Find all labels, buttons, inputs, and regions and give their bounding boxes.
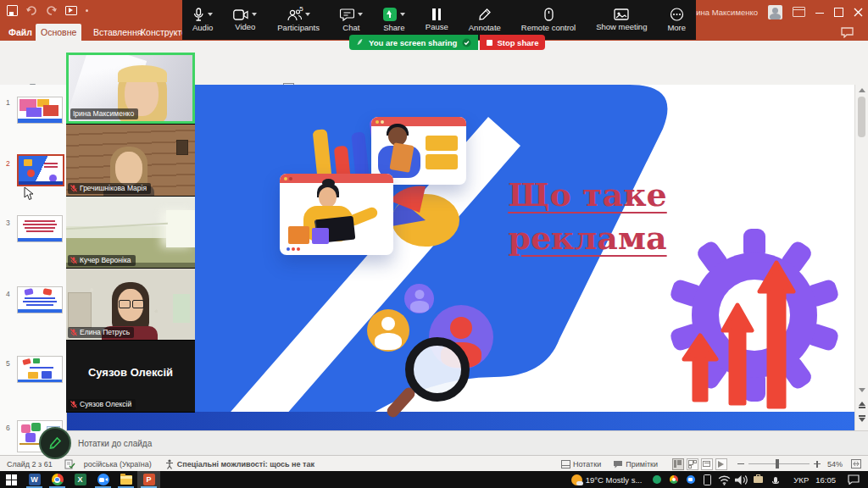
language-indicator[interactable]: російська (Україна) <box>84 460 152 469</box>
tray-zoom-icon[interactable] <box>684 474 697 486</box>
video-tile-maria[interactable]: Гречишнікова Марія <box>66 125 195 196</box>
mic-muted-icon <box>70 329 77 336</box>
zoom-pause-button[interactable]: Pause <box>415 0 459 40</box>
camera-off-name: Суязов Олексій <box>66 366 195 379</box>
tray-mic-icon[interactable] <box>769 474 782 486</box>
close-button[interactable] <box>854 8 863 17</box>
restore-button[interactable] <box>834 8 843 17</box>
excel-icon: X <box>75 474 86 485</box>
minimize-button[interactable] <box>815 8 824 16</box>
participants-count-badge: 5 <box>299 5 303 13</box>
undo-icon[interactable] <box>26 6 37 15</box>
action-center-icon[interactable] <box>848 474 860 485</box>
redo-icon[interactable] <box>46 6 57 15</box>
notes-pane[interactable]: Нотатки до слайда <box>66 430 868 455</box>
zoom-in-button[interactable] <box>814 461 821 468</box>
start-slideshow-icon[interactable] <box>65 6 77 15</box>
account-name[interactable]: Ірина Максименко <box>689 8 758 17</box>
zoom-app-icon <box>97 474 109 485</box>
slide-thumbnail-5[interactable] <box>17 356 63 383</box>
taskbar-chrome[interactable] <box>46 471 69 488</box>
thumb-number: 5 <box>6 359 10 368</box>
comments-icon[interactable] <box>841 27 854 38</box>
notes-toggle-icon <box>561 460 570 469</box>
zoom-annotate-button[interactable]: Annotate <box>459 0 511 40</box>
keyboard-language[interactable]: УКР <box>793 475 809 485</box>
video-tile-irina[interactable]: Ірина Максименко <box>66 53 195 124</box>
zoom-share-button[interactable]: Share <box>373 0 415 40</box>
video-tile-elina[interactable]: Елина Петрусь <box>66 269 195 340</box>
slide-thumbnail-2-selected[interactable] <box>17 154 64 186</box>
zoom-out-button[interactable] <box>737 463 744 465</box>
tray-speaker-icon[interactable] <box>735 474 748 486</box>
slide-counter: Слайд 2 з 61 <box>7 460 53 469</box>
taskbar-excel[interactable]: X <box>69 471 92 488</box>
save-icon[interactable] <box>7 5 18 16</box>
zoom-slider-thumb[interactable] <box>776 459 779 469</box>
spellcheck-icon[interactable] <box>64 459 75 469</box>
tray-wifi-icon[interactable] <box>718 474 731 486</box>
view-slideshow-button[interactable] <box>715 458 727 470</box>
view-normal-button[interactable] <box>672 458 684 470</box>
tray-app-green-icon[interactable] <box>650 474 663 486</box>
user-avatar-small-purple <box>404 284 434 313</box>
tab-home[interactable]: Основне <box>36 24 81 41</box>
screen-sharing-banner: You are screen sharing <box>349 35 478 50</box>
slide-thumbnail-3[interactable] <box>17 215 63 242</box>
start-button[interactable] <box>0 471 23 488</box>
next-slide-button[interactable] <box>859 415 865 422</box>
annotate-pencil-icon <box>478 8 492 21</box>
accessibility-icon[interactable] <box>165 459 174 469</box>
tray-chrome-icon[interactable] <box>667 474 680 486</box>
notes-toggle[interactable]: Нотатки <box>561 460 601 469</box>
video-tile-oleksii-camera-off[interactable]: Суязов Олексій Суязов Олексій <box>66 341 195 412</box>
participant-name-label: Кучер Вероніка <box>68 255 136 266</box>
word-icon: W <box>29 474 41 485</box>
previous-slide-button[interactable] <box>859 402 865 408</box>
taskbar-powerpoint-active[interactable]: P <box>137 471 160 488</box>
zoom-more-button[interactable]: More <box>657 0 696 40</box>
fit-to-window-icon[interactable] <box>851 459 861 469</box>
weather-widget[interactable]: 19°C Mostly s... <box>571 474 643 485</box>
slide-thumbnail-4[interactable] <box>17 286 63 313</box>
tray-briefcase-icon[interactable] <box>752 474 765 486</box>
show-meeting-icon <box>614 8 629 20</box>
zoom-participants-button[interactable]: 5 Participants <box>267 0 330 40</box>
zoom-audio-button[interactable]: Audio <box>182 0 223 40</box>
scroll-down-icon[interactable] <box>859 388 865 392</box>
zoom-level[interactable]: 54% <box>827 460 843 469</box>
quick-access-more-icon[interactable] <box>86 9 88 12</box>
comments-toggle[interactable]: Примітки <box>613 460 658 469</box>
view-slide-sorter-button[interactable] <box>687 458 698 470</box>
participant-name-label: Ірина Максименко <box>70 108 138 119</box>
zoom-video-button[interactable]: Video <box>223 0 267 40</box>
stop-share-button[interactable]: Stop share <box>480 35 545 50</box>
zoom-slider[interactable] <box>748 463 810 465</box>
thumb-number: 4 <box>6 290 10 298</box>
taskbar-zoom[interactable] <box>92 471 114 488</box>
accessibility-status[interactable]: Спеціальні можливості: щось не так <box>177 460 314 469</box>
video-tile-veronika[interactable]: Кучер Вероніка <box>66 197 195 268</box>
slide-scrollbar[interactable] <box>854 85 868 430</box>
zoom-remote-control-button[interactable]: Remote control <box>511 0 586 40</box>
annotation-fab[interactable] <box>39 427 71 459</box>
scroll-up-icon[interactable] <box>859 88 865 92</box>
taskbar-explorer[interactable] <box>114 471 137 488</box>
slide-title[interactable]: Що таке реклама <box>490 173 685 260</box>
pause-icon <box>432 8 441 20</box>
mic-muted-icon <box>70 401 77 408</box>
powerpoint-icon: P <box>143 474 155 485</box>
avatar[interactable] <box>768 5 782 19</box>
zoom-show-meeting-button[interactable]: Show meeting <box>586 0 657 40</box>
slide-thumbnail-1[interactable] <box>17 97 63 124</box>
scrollbar-thumb[interactable] <box>858 97 865 137</box>
tab-file[interactable]: Файл <box>3 24 37 41</box>
ribbon-display-options-icon[interactable] <box>793 7 805 17</box>
view-reading-button[interactable] <box>701 458 713 470</box>
taskbar-word[interactable]: W <box>23 471 46 488</box>
zoom-chat-button[interactable]: Chat <box>330 0 373 40</box>
browser-window-illustration-bottom <box>280 174 393 255</box>
clock[interactable]: 16:05 <box>815 475 836 485</box>
tray-phone-icon[interactable] <box>701 474 714 486</box>
participant-name-label: Суязов Олексій <box>68 399 136 410</box>
